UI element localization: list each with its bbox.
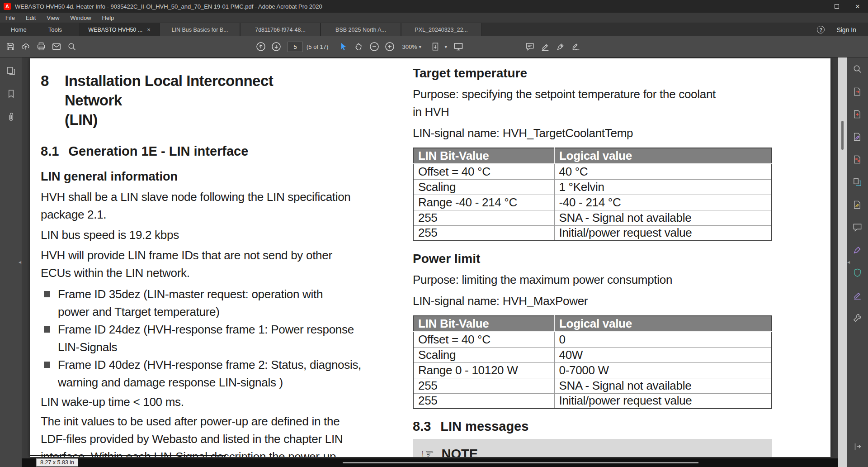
expand-tools-panel-button[interactable] [853, 442, 863, 453]
bullet-square-icon [44, 326, 50, 333]
search-icon [852, 64, 863, 74]
zoom-level-value[interactable]: 300% [402, 43, 417, 50]
doc-tab-label: WEBASTO HVH50 ... [88, 27, 142, 33]
lin-signal-name: LIN-signal name: HVH_TargetCoolantTemp [413, 124, 772, 142]
vertical-scrollbar-thumb[interactable] [841, 121, 844, 150]
note-box: ☞ NOTE [413, 439, 772, 457]
close-tab-icon[interactable]: × [147, 26, 151, 33]
table-cell: 0 [554, 332, 772, 347]
edit-pdf-button[interactable] [852, 132, 863, 144]
pointing-hand-icon: ☞ [421, 445, 434, 457]
doc-tab-label: 7d8117b6-f974-48... [255, 27, 306, 33]
page-number-input[interactable]: 5 [288, 42, 303, 52]
paragraph: HVH will provide LIN frame IDs that are … [41, 247, 334, 282]
table-cell: SNA - Signal not available [554, 210, 772, 225]
horizontal-scrollbar[interactable] [22, 458, 838, 467]
heading-text: Generation 1E - LIN interface [68, 143, 248, 159]
save-button[interactable] [3, 38, 18, 55]
page-display-caret-icon[interactable]: ▾ [445, 44, 447, 49]
comment-panel-button[interactable] [852, 222, 863, 234]
table-cell: Offset = 40 °C [413, 332, 554, 347]
help-icon[interactable]: ? [817, 26, 825, 33]
zoom-caret-icon[interactable]: ▾ [419, 44, 421, 49]
protect-button[interactable] [852, 267, 863, 280]
doc-tab-lin-bus[interactable]: LIN Bus Basics for B... [160, 23, 240, 36]
menu-file[interactable]: File [0, 13, 20, 23]
presentation-screen-icon [453, 41, 464, 52]
menu-help[interactable]: Help [97, 13, 120, 23]
doc-tab-7d8117b6[interactable]: 7d8117b6-f974-48... [240, 23, 321, 36]
hand-tool-button[interactable] [351, 38, 367, 55]
previous-page-button[interactable] [253, 38, 269, 55]
collapse-right-panel-arrow[interactable]: ◂ [847, 259, 850, 265]
maximize-button[interactable] [826, 0, 847, 13]
table-cell: 40 °C [554, 164, 772, 179]
search-tool-button[interactable] [852, 64, 863, 76]
print-button[interactable] [33, 38, 49, 55]
horizontal-scrollbar-thumb[interactable] [343, 462, 698, 463]
lin-signal-name: LIN-signal name: HVH_MaxPower [413, 292, 772, 310]
tab-tools[interactable]: Tools [38, 23, 73, 36]
menu-view[interactable]: View [41, 13, 65, 23]
envelope-icon [52, 42, 61, 52]
vertical-scrollbar[interactable] [838, 57, 847, 467]
print-production-button[interactable] [852, 313, 863, 325]
email-button[interactable] [49, 38, 64, 55]
read-mode-button[interactable] [451, 38, 466, 55]
document-area: 8 Installation Local Interconnect Networ… [22, 57, 847, 467]
list-item: Frame ID 24dez (HVH-response frame 1: Po… [41, 321, 334, 356]
request-signatures-button[interactable] [852, 200, 863, 212]
sign-in-button[interactable]: Sign In [836, 26, 856, 33]
bookmarks-button[interactable] [6, 89, 16, 101]
find-button[interactable] [64, 38, 80, 55]
highlight-tool-button[interactable] [538, 38, 553, 55]
menu-window[interactable]: Window [65, 13, 96, 23]
minimize-button[interactable]: — [806, 0, 826, 13]
sign-tool-button[interactable] [568, 38, 584, 55]
close-button[interactable]: ✕ [847, 0, 868, 13]
lin-general-info-heading: LIN general information [41, 168, 334, 185]
bookmarks-icon [6, 89, 16, 99]
menu-edit[interactable]: Edit [20, 13, 41, 23]
tab-home[interactable]: Home [0, 23, 38, 36]
zoom-out-button[interactable] [367, 38, 382, 55]
doc-tab-pxl[interactable]: PXL_20240323_22... [401, 23, 481, 36]
table-cell: Initial/power request value [554, 225, 772, 241]
signature-icon [571, 42, 581, 52]
fit-page-icon [430, 42, 440, 52]
fill-sign-tool-button[interactable] [553, 38, 568, 55]
paragraph: The init values to be used after power-u… [41, 413, 334, 457]
collapse-left-panel-arrow[interactable]: ◂ [19, 259, 21, 265]
page-size-badge: 8.27 x 5.83 in [36, 458, 78, 467]
pdf-right-column: Target temperature Purpose: specifying t… [413, 65, 772, 457]
heading-number: 8.3 [413, 418, 431, 434]
table-header-cell: Logical value [554, 148, 772, 164]
table-cell: Scaling [413, 347, 554, 362]
doc-tab-webasto[interactable]: WEBASTO HVH50 ... × [79, 23, 160, 36]
fill-sign-panel-button[interactable] [852, 245, 863, 257]
combine-files-button[interactable] [852, 177, 863, 189]
table-cell: 255 [413, 393, 554, 409]
organize-pages-button[interactable] [852, 154, 863, 167]
note-title: NOTE [442, 447, 478, 457]
create-pdf-button[interactable] [852, 109, 863, 121]
measure-button[interactable] [852, 290, 863, 302]
toolbar: 5 (5 of 17) 300% ▾ ▾ [0, 36, 868, 57]
zoom-in-button[interactable] [382, 38, 397, 55]
next-page-button[interactable] [269, 38, 284, 55]
share-button[interactable] [18, 38, 33, 55]
page-count-label: (5 of 17) [307, 43, 328, 50]
shield-icon [852, 267, 863, 278]
attachments-button[interactable] [6, 112, 16, 124]
comment-tool-button[interactable] [522, 38, 538, 55]
export-pdf-button[interactable] [852, 86, 863, 99]
page-thumbnails-button[interactable] [6, 66, 16, 78]
table-cell: Offset = 40 °C [413, 164, 554, 179]
create-pdf-icon [852, 109, 863, 119]
zoom-in-icon [384, 41, 395, 52]
target-temperature-heading: Target temperature [413, 65, 772, 82]
page-display-button[interactable] [428, 38, 443, 55]
power-limit-heading: Power limit [413, 250, 772, 267]
select-tool-button[interactable] [336, 38, 351, 55]
doc-tab-bsb-2025[interactable]: BSB 2025 North A... [321, 23, 401, 36]
